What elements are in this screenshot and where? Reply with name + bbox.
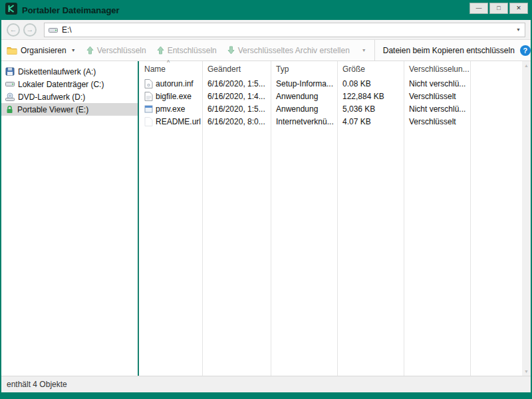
column-header-modified[interactable]: Geändert <box>202 65 271 74</box>
file-row[interactable]: autorun.inf 6/16/2020, 1:5... Setup-Info… <box>139 77 522 90</box>
organize-button[interactable]: Organisieren ▼ <box>7 46 76 55</box>
file-name: README.url <box>156 117 201 126</box>
file-encryption: Nicht verschlü... <box>404 79 470 88</box>
column-header-size[interactable]: Größe <box>337 65 404 74</box>
sidebar-item-local-disk-c[interactable]: Lokaler Datenträger (C:) <box>1 78 138 90</box>
floppy-drive-icon <box>5 67 15 76</box>
file-modified: 6/16/2020, 8:0... <box>202 117 271 126</box>
back-icon: ← <box>10 26 17 33</box>
archive-arrow-icon <box>227 46 235 55</box>
window-controls: — □ ✕ <box>469 3 528 14</box>
file-name-cell: autorun.inf <box>139 79 202 88</box>
folder-icon <box>7 46 17 55</box>
file-name: bigfile.exe <box>156 92 192 101</box>
file-type: Setup-Informa... <box>271 79 337 88</box>
encrypt-button[interactable]: Verschlüsseln <box>86 46 146 55</box>
encrypt-arrow-icon <box>86 46 94 55</box>
sort-ascending-icon: ^ <box>167 59 170 66</box>
scroll-up-icon[interactable]: ▲ <box>522 63 531 68</box>
file-name-cell: README.url <box>139 117 202 126</box>
file-size: 5,036 KB <box>337 104 404 114</box>
sidebar-item-label: Portable Viewer (E:) <box>17 105 88 114</box>
sidebar-item-label: DVD-Laufwerk (D:) <box>18 92 85 102</box>
file-row[interactable]: README.url 6/16/2020, 8:0... Internetver… <box>139 115 522 128</box>
create-archive-label: Verschlüsseltes Archiv erstellen <box>238 46 350 55</box>
help-icon[interactable]: ? <box>520 45 531 56</box>
create-encrypted-archive-button[interactable]: Verschlüsseltes Archiv erstellen <box>227 46 350 55</box>
file-row[interactable]: bigfile.exe 6/16/2020, 1:4... Anwendung … <box>139 90 522 102</box>
toolbar-right-group: Dateien beim Kopieren entschlüsseln ? <box>374 40 532 61</box>
sidebar-item-dvd-d[interactable]: DVD-Laufwerk (D:) <box>1 90 138 103</box>
column-divider <box>271 61 271 376</box>
decrypt-arrow-icon <box>157 46 164 55</box>
sidebar-item-floppy-a[interactable]: Diskettenlaufwerk (A:) <box>1 65 138 78</box>
file-name: pmv.exe <box>156 104 185 114</box>
drive-icon <box>49 26 58 34</box>
close-icon: ✕ <box>516 5 521 11</box>
file-name: autorun.inf <box>156 79 194 88</box>
executable-file-icon <box>144 92 153 101</box>
file-encryption: Nicht verschlü... <box>404 104 470 114</box>
decrypt-button[interactable]: Entschlüsseln <box>157 46 217 55</box>
file-size: 122,884 KB <box>337 92 404 101</box>
content-area: Diskettenlaufwerk (A:) Lokaler Datenträg… <box>1 61 531 376</box>
column-divider <box>337 61 338 376</box>
address-dropdown-icon[interactable]: ▼ <box>516 27 521 32</box>
window-title: Portabler Dateimanager <box>22 5 120 15</box>
column-header-type[interactable]: Typ <box>271 65 337 74</box>
maximize-button[interactable]: □ <box>489 3 508 14</box>
status-bar: enthält 4 Objekte <box>1 376 531 392</box>
organize-label: Organisieren <box>21 46 66 55</box>
archive-dropdown-button[interactable]: ▼ <box>362 48 366 53</box>
file-rows: autorun.inf 6/16/2020, 1:5... Setup-Info… <box>139 77 522 128</box>
window-left-border <box>0 0 1 399</box>
sidebar-item-label: Lokaler Datenträger (C:) <box>18 80 104 89</box>
minimize-button[interactable]: — <box>469 3 488 14</box>
file-list: ^ Name Geändert Typ Größe Verschlüsselun… <box>139 61 522 376</box>
file-modified: 6/16/2020, 1:5... <box>202 79 271 88</box>
setup-information-file-icon <box>144 79 153 88</box>
address-bar[interactable]: E:\ ▼ <box>44 23 525 37</box>
file-modified: 6/16/2020, 1:4... <box>202 92 271 101</box>
column-header-row: ^ Name Geändert Typ Größe Verschlüsselun… <box>139 61 522 77</box>
maximize-icon: □ <box>497 5 500 11</box>
column-header-encryption[interactable]: Verschlüsselun... <box>404 65 470 74</box>
decrypt-label: Entschlüsseln <box>168 46 217 55</box>
sidebar-item-label: Diskettenlaufwerk (A:) <box>18 67 96 76</box>
forward-icon: → <box>27 26 34 33</box>
dvd-drive-icon <box>5 92 15 101</box>
file-size: 4.07 KB <box>337 117 404 126</box>
drive-tree: Diskettenlaufwerk (A:) Lokaler Datenträg… <box>1 61 138 376</box>
encrypt-label: Verschlüsseln <box>97 46 146 55</box>
internet-shortcut-file-icon <box>144 117 153 126</box>
window-bottom-border <box>0 392 532 399</box>
application-file-icon <box>144 104 153 114</box>
file-type: Anwendung <box>271 92 337 101</box>
file-row[interactable]: pmv.exe 6/16/2020, 1:5... Anwendung 5,03… <box>139 102 522 115</box>
minimize-icon: — <box>476 5 482 11</box>
column-divider <box>470 61 471 376</box>
file-type: Internetverknü... <box>271 117 337 126</box>
file-type: Anwendung <box>271 104 337 114</box>
hard-drive-icon <box>5 80 15 88</box>
vertical-scrollbar[interactable]: ▲ ▼ <box>522 61 531 376</box>
column-divider <box>404 61 404 376</box>
back-button[interactable]: ← <box>7 23 20 37</box>
status-text: enthält 4 Objekte <box>7 380 67 389</box>
kaspersky-logo-icon <box>5 3 17 17</box>
file-name-cell: pmv.exe <box>139 104 202 114</box>
address-path: E:\ <box>62 25 72 35</box>
navigation-bar: ← → E:\ ▼ <box>1 20 531 40</box>
forward-button[interactable]: → <box>23 23 37 37</box>
column-divider <box>202 61 203 376</box>
close-button[interactable]: ✕ <box>509 3 528 14</box>
copy-decrypt-label: Dateien beim Kopieren entschlüsseln <box>383 46 515 55</box>
file-encryption: Verschlüsselt <box>404 92 470 101</box>
app-window: Portabler Dateimanager — □ ✕ ← → E:\ ▼ O… <box>0 0 532 399</box>
scroll-down-icon[interactable]: ▼ <box>522 369 531 374</box>
organize-dropdown-icon: ▼ <box>71 48 76 53</box>
column-header-name[interactable]: Name <box>139 65 202 74</box>
sidebar-item-portable-viewer-e[interactable]: Portable Viewer (E:) <box>1 103 138 116</box>
toolbar: Organisieren ▼ Verschlüsseln Entschlüsse… <box>1 40 531 61</box>
titlebar: Portabler Dateimanager — □ ✕ <box>0 0 532 20</box>
